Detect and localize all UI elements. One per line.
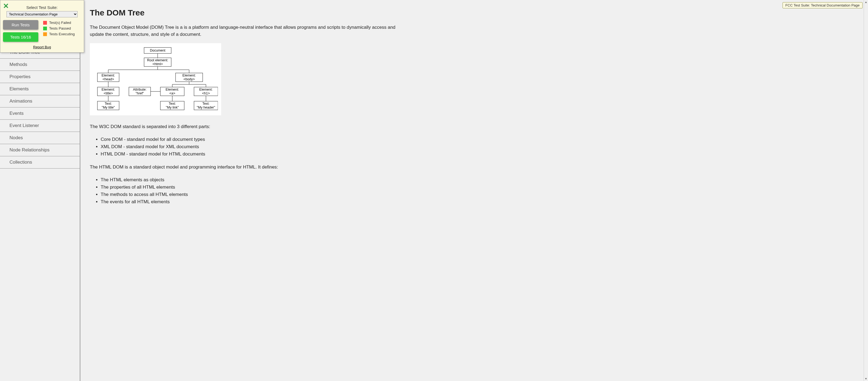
fcc-indicator-badge[interactable]: FCC Test Suite: Technical Documentation … <box>782 2 863 8</box>
svg-text:Element:: Element: <box>182 73 196 77</box>
dom-tree-diagram: Document Root element: <html> Element: <… <box>90 43 221 115</box>
scroll-up-icon[interactable]: ▲ <box>864 0 868 4</box>
svg-text:<title>: <title> <box>104 91 113 95</box>
html-dom-paragraph: The HTML DOM is a standard object model … <box>90 164 410 171</box>
close-icon[interactable]: ✕ <box>3 2 9 9</box>
legend-label: Tests Passed <box>49 26 71 30</box>
fcc-test-panel: ✕ Select Test Suite: Technical Documenta… <box>0 0 84 53</box>
svg-text:"My header": "My header" <box>197 105 215 109</box>
nav-label: Animations <box>9 98 32 104</box>
nav-item-nodes[interactable]: Nodes <box>0 132 80 144</box>
w3c-intro-paragraph: The W3C DOM standard is separated into 3… <box>90 123 410 130</box>
list-item: The events for all HTML elements <box>101 198 410 205</box>
nav-item-animations[interactable]: Animations <box>0 95 80 107</box>
nav-item-node-relationships[interactable]: Node Relationships <box>0 144 80 156</box>
nav-label: Event Listener <box>9 123 39 128</box>
scrollbar[interactable]: ▲ ▼ <box>864 0 868 220</box>
svg-text:Element:: Element: <box>101 88 115 91</box>
intro-paragraph: The Document Object Model (DOM) Tree is … <box>90 24 410 38</box>
svg-text:Element:: Element: <box>199 88 213 91</box>
nav-label: Events <box>9 111 24 116</box>
svg-text:"My link": "My link" <box>166 105 179 109</box>
list-item: The properties of all HTML elements <box>101 184 410 191</box>
svg-text:<head>: <head> <box>102 77 114 81</box>
legend-failed: Test(s) Failed <box>43 21 75 25</box>
svg-text:"My title": "My title" <box>102 105 115 109</box>
nav-label: Node Relationships <box>9 147 50 153</box>
test-legend: Test(s) Failed Tests Passed Tests Execut… <box>43 20 75 36</box>
swatch-orange-icon <box>43 32 47 36</box>
list-item: HTML DOM - standard model for HTML docum… <box>101 150 410 158</box>
svg-text:Text:: Text: <box>105 102 112 105</box>
nav-item-collections[interactable]: Collections <box>0 156 80 168</box>
svg-text:<html>: <html> <box>153 62 163 66</box>
svg-text:"href": "href" <box>136 91 144 95</box>
nav-label: Methods <box>9 62 27 67</box>
dom-tree-svg: Document Root element: <html> Element: <… <box>93 47 218 112</box>
test-suite-select[interactable]: Technical Documentation Page <box>6 11 78 18</box>
nav-item-elements[interactable]: Elements <box>0 83 80 95</box>
nav-label: Elements <box>9 86 29 91</box>
select-suite-label: Select Test Suite: <box>26 5 58 10</box>
nav-label: Nodes <box>9 135 23 140</box>
list-item: The HTML elements as objects <box>101 176 410 184</box>
svg-text:<h1>: <h1> <box>202 91 210 95</box>
nav-item-methods[interactable]: Methods <box>0 58 80 70</box>
legend-passed: Tests Passed <box>43 26 75 30</box>
nav-item-events[interactable]: Events <box>0 107 80 119</box>
nav-label: Properties <box>9 74 30 79</box>
legend-label: Test(s) Failed <box>49 21 71 25</box>
svg-text:Element:: Element: <box>101 73 115 77</box>
nav-item-event-listener[interactable]: Event Listener <box>0 119 80 132</box>
svg-text:Text:: Text: <box>203 102 210 105</box>
report-bug-link[interactable]: Report Bug <box>3 45 81 49</box>
swatch-green-icon <box>43 27 47 30</box>
svg-text:<body>: <body> <box>183 77 195 81</box>
list-item: Core DOM - standard model for all docume… <box>101 136 410 143</box>
list-item: The methods to access all HTML elements <box>101 191 410 198</box>
page-title: The DOM Tree <box>90 8 410 18</box>
svg-text:Attribute:: Attribute: <box>133 88 147 91</box>
nav-item-properties[interactable]: Properties <box>0 70 80 83</box>
legend-executing: Tests Executing <box>43 32 75 36</box>
svg-text:Text:: Text: <box>169 102 176 105</box>
tests-result-button[interactable]: Tests 16/16 <box>3 32 38 42</box>
nav-label: Collections <box>9 160 32 165</box>
swatch-red-icon <box>43 21 47 25</box>
svg-text:Root element:: Root element: <box>147 58 168 62</box>
svg-text:<a>: <a> <box>169 91 175 95</box>
nav-list: The DOM Tree Methods Properties Elements… <box>0 46 80 168</box>
legend-label: Tests Executing <box>49 32 75 36</box>
svg-text:Document: Document <box>150 49 165 52</box>
html-dom-defines-list: The HTML elements as objects The propert… <box>101 176 410 206</box>
run-tests-button[interactable]: Run Tests <box>3 20 38 30</box>
dom-parts-list: Core DOM - standard model for all docume… <box>101 136 410 158</box>
list-item: XML DOM - standard model for XML documen… <box>101 143 410 150</box>
main-content: The DOM Tree The Document Object Model (… <box>80 0 420 220</box>
svg-text:Element:: Element: <box>165 88 179 91</box>
